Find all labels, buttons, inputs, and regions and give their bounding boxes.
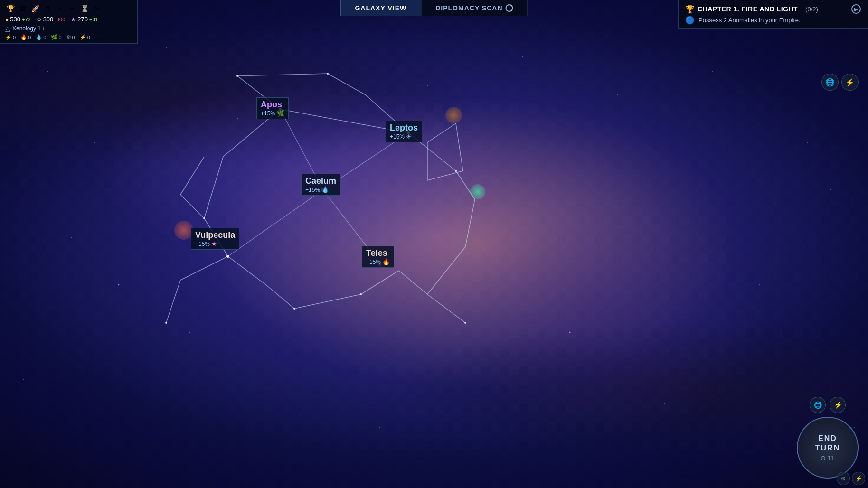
star-leptos-bonus: +15% ☀ (390, 133, 418, 140)
vulpecula-bonus-icon: ★ (211, 240, 217, 247)
end-turn-container: 🌐 ⚡ ENDTURN ⊙ 11 (797, 397, 859, 479)
chapter-description: Possess 2 Anomalies in your Empire. (698, 17, 801, 24)
chapter-arrow: ▶ (854, 7, 858, 12)
industry-delta: -300 (55, 17, 65, 22)
chapter-quest-icon: 🔵 (685, 16, 695, 25)
chapter-info-row: 🔵 Possess 2 Anomalies in your Empire. (685, 16, 861, 25)
buildings-icon: 🏛 (18, 3, 28, 14)
left-hud-panel: 🏆 🏛 🚀 ⚗ ⚔ ✦ ⏳ ↻ ● 530 +72 ⚙ 300 -300 ★ 2 (0, 0, 138, 44)
status-leaf: 🌿 0 (51, 34, 61, 40)
trophy-chapter-icon: 🏆 (685, 5, 695, 14)
star-leptos-name: Leptos (390, 123, 418, 133)
tech-row: △ Xenology 1 ℹ (5, 25, 132, 32)
status-lightning: ⚡ 0 (5, 34, 16, 40)
status-water-value: 0 (43, 35, 46, 40)
star-vulpecula-bonus: +15% ★ (195, 240, 235, 247)
timer-icon: ⏳ (79, 3, 90, 14)
galaxy-background (0, 0, 868, 488)
resource-values-row: ● 530 +72 ⚙ 300 -300 ★ 270 +31 (5, 16, 132, 23)
gold-icon: ● (5, 16, 9, 23)
trophy-icon: 🏆 (5, 3, 16, 14)
resource-icons-row: 🏆 🏛 🚀 ⚗ ⚔ ✦ ⏳ ↻ (5, 3, 132, 14)
flask-icon: ⚗ (42, 3, 53, 14)
turn-number: ⊙ 11 (821, 454, 834, 461)
tech-triangle-icon: △ (5, 25, 10, 32)
status-gear: ⚙ 0 (66, 34, 75, 40)
status-fire: 🔥 0 (20, 34, 31, 40)
leptos-bonus-icon: ☀ (406, 133, 412, 140)
star-system-caelum[interactable]: Caelum +15% 💧 (301, 174, 340, 196)
status-bolt: ⚡ 0 (80, 34, 90, 40)
status-bolt-value: 0 (87, 35, 90, 40)
ships-icon: 🚀 (30, 3, 40, 14)
star-caelum-name: Caelum (305, 176, 336, 186)
chapter-header: 🏆 CHAPTER 1. FIRE AND LIGHT (0/2) ▶ (685, 4, 861, 14)
star-system-apos[interactable]: Apos +15% 🌿 (256, 97, 289, 119)
center-navigation: GALAXY VIEW DIPLOMACY SCAN (340, 0, 528, 16)
status-water: 💧 0 (36, 34, 46, 40)
mini-icons-row: 🌐 ⚡ (810, 397, 846, 413)
star-apos-bonus: +15% 🌿 (261, 110, 284, 117)
chapter-progress: (0/2) (805, 6, 818, 13)
science-value: 270 (77, 16, 88, 23)
sword-icon: ⚔ (55, 3, 65, 14)
bottom-right-mini-buttons: ⊕ ⚡ (834, 469, 868, 488)
gold-resource: ● 530 +72 (5, 16, 31, 23)
star-system-vulpecula[interactable]: Vulpecula +15% ★ (191, 228, 239, 250)
water-icon: 💧 (36, 34, 42, 40)
industry-icon: ⚙ (37, 16, 42, 23)
minimap-special-button[interactable]: ⚡ (830, 397, 846, 413)
tech-info-icon: ℹ (43, 26, 45, 32)
status-row: ⚡ 0 🔥 0 💧 0 🌿 0 ⚙ 0 ⚡ 0 (5, 34, 132, 40)
star-system-leptos[interactable]: Leptos +15% ☀ (386, 121, 422, 142)
bolt-icon: ⚡ (80, 34, 86, 40)
star-teles-bonus: +15% 🔥 (366, 258, 390, 265)
tab-diplomacy-scan[interactable]: DIPLOMACY SCAN (421, 0, 528, 16)
corner-btn-2[interactable]: ⚡ (852, 472, 865, 485)
corner-btn-1[interactable]: ⊕ (837, 472, 850, 485)
chapter-title: CHAPTER 1. FIRE AND LIGHT (698, 5, 798, 13)
star-system-teles[interactable]: Teles +15% 🔥 (362, 246, 394, 268)
diplomacy-scan-label: DIPLOMACY SCAN (435, 4, 502, 12)
gear-status-icon: ⚙ (66, 34, 71, 40)
fire-icon: 🔥 (20, 34, 27, 40)
minimap-globe-button[interactable]: 🌐 (810, 397, 826, 413)
tech-label[interactable]: Xenology 1 (12, 25, 41, 32)
industry-value: 300 (43, 16, 54, 23)
star-caelum-bonus: +15% 💧 (305, 186, 336, 193)
star-icon: ✦ (67, 3, 77, 14)
gold-delta: +72 (22, 17, 31, 22)
end-turn-label: ENDTURN (815, 434, 840, 452)
science-resource: ★ 270 +31 (71, 16, 98, 23)
industry-resource: ⚙ 300 -300 (37, 16, 66, 23)
tab-galaxy-view[interactable]: GALAXY VIEW (340, 0, 421, 16)
caelum-bonus-icon: 💧 (321, 186, 329, 193)
status-gear-value: 0 (72, 35, 75, 40)
chapter-panel: 🏆 CHAPTER 1. FIRE AND LIGHT (0/2) ▶ 🔵 Po… (678, 0, 868, 29)
diplomacy-scan-icon (506, 4, 513, 12)
status-fire-value: 0 (28, 35, 31, 40)
teles-bonus-icon: 🔥 (382, 258, 390, 265)
special-view-button[interactable]: ⚡ (841, 74, 859, 91)
top-right-map-buttons: 🌐 ⚡ (821, 74, 859, 91)
chapter-arrow-icon[interactable]: ▶ (851, 4, 861, 14)
leaf-icon: 🌿 (51, 34, 57, 40)
lightning-icon: ⚡ (5, 34, 12, 40)
status-lightning-value: 0 (13, 35, 16, 40)
star-apos-name: Apos (261, 100, 284, 110)
science-delta: +31 (89, 17, 98, 22)
refresh-icon: ↻ (92, 3, 102, 14)
gold-value: 530 (10, 16, 20, 23)
star-teles-name: Teles (366, 248, 390, 258)
star-vulpecula-name: Vulpecula (195, 230, 235, 240)
apos-bonus-icon: 🌿 (277, 110, 284, 117)
science-icon: ★ (71, 16, 76, 23)
status-leaf-value: 0 (58, 35, 61, 40)
galaxy-minimap-button[interactable]: 🌐 (821, 74, 839, 91)
